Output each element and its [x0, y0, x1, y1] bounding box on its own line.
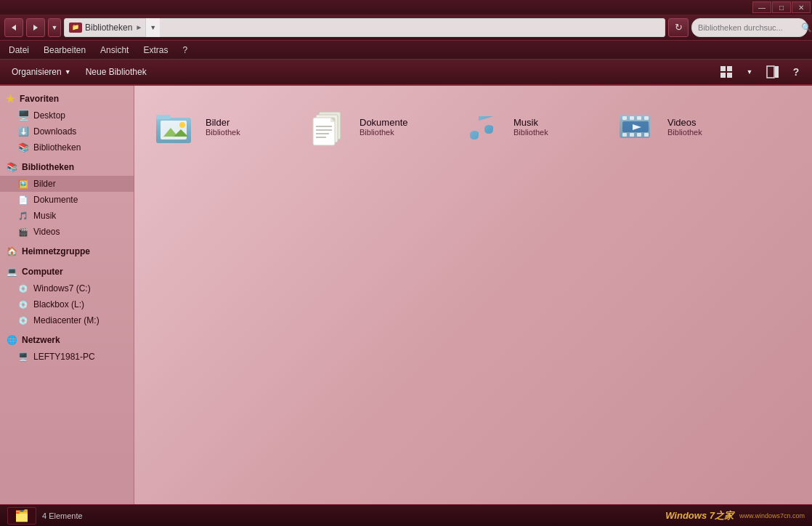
computer-icon: 💻	[6, 266, 17, 278]
breadcrumb-separator: ►	[135, 23, 142, 31]
bilder-label: Bilder	[33, 179, 56, 189]
back-button[interactable]	[4, 18, 23, 37]
refresh-button[interactable]: ↻	[668, 18, 689, 37]
watermark-text: Windows 7之家	[665, 509, 734, 522]
bibliotheken-fav-label: Bibliotheken	[33, 142, 81, 153]
library-musik[interactable]: Musik Bibliothek	[454, 97, 599, 155]
help-button[interactable]: ?	[786, 62, 806, 82]
sidebar-item-desktop[interactable]: 🖥️ Desktop	[0, 108, 134, 124]
downloads-label: Downloads	[33, 126, 76, 137]
svg-rect-27	[630, 116, 634, 120]
minimize-button[interactable]: —	[752, 1, 771, 13]
sidebar-item-videos[interactable]: 🎬 Videos	[0, 224, 134, 240]
pc-network-icon: 🖥️	[17, 351, 29, 363]
sidebar: ★ Favoriten 🖥️ Desktop ⬇️ Downloads 📚 Bi…	[0, 86, 134, 504]
heimnetz-label: Heimnetzgruppe	[22, 246, 90, 256]
address-bar: ▼ 📁 Bibliotheken ► ▼ ↻ 🔍	[0, 15, 812, 41]
search-input[interactable]	[698, 23, 798, 32]
svg-point-14	[179, 122, 185, 128]
breadcrumb-bar: 📁 Bibliotheken ► ▼	[64, 18, 665, 37]
sidebar-item-windows7c[interactable]: 💿 Windows7 (C:)	[0, 280, 134, 296]
sidebar-item-dokumente[interactable]: 📄 Dokumente	[0, 192, 134, 208]
svg-rect-29	[644, 116, 649, 120]
dokumente-library-info: Dokumente Bibliothek	[360, 117, 407, 137]
favorites-star-icon: ★	[6, 93, 15, 105]
sidebar-item-blackbox[interactable]: 💿 Blackbox (L:)	[0, 296, 134, 312]
breadcrumb-root[interactable]: Bibliotheken	[85, 23, 132, 33]
library-bilder[interactable]: Bilder Bibliothek	[146, 97, 291, 155]
bibliotheken-fav-icon: 📚	[17, 142, 29, 153]
sidebar-section-favorites: ★ Favoriten 🖥️ Desktop ⬇️ Downloads 📚 Bi…	[0, 90, 134, 155]
netzwerk-header[interactable]: 🌐 Netzwerk	[0, 331, 134, 349]
menu-datei[interactable]: Datei	[6, 44, 32, 57]
svg-rect-26	[622, 116, 627, 120]
menu-ansicht[interactable]: Ansicht	[97, 44, 131, 57]
menu-bearbeiten[interactable]: Bearbeiten	[41, 44, 89, 57]
sidebar-item-bibliotheken-fav[interactable]: 📚 Bibliotheken	[0, 139, 134, 155]
sidebar-section-netzwerk: 🌐 Netzwerk 🖥️ LEFTY1981-PC	[0, 331, 134, 365]
library-videos[interactable]: Videos Bibliothek	[608, 97, 753, 155]
bilder-library-icon	[152, 103, 198, 150]
videos-icon: 🎬	[17, 226, 29, 238]
computer-header[interactable]: 💻 Computer	[0, 263, 134, 280]
content-area: Bilder Bibliothek	[134, 86, 812, 504]
preview-pane-button[interactable]	[763, 62, 783, 82]
close-button[interactable]: ✕	[792, 1, 811, 13]
videos-library-icon	[614, 103, 660, 150]
drive-c-icon: 💿	[17, 283, 29, 294]
sidebar-section-heimnetz: 🏠 Heimnetzgruppe	[0, 243, 134, 260]
new-library-button[interactable]: Neue Bibliothek	[80, 62, 153, 82]
bilder-icon: 🖼️	[17, 178, 29, 190]
sidebar-item-bilder[interactable]: 🖼️ Bilder	[0, 176, 134, 192]
svg-rect-7	[775, 66, 779, 78]
heimnetz-header[interactable]: 🏠 Heimnetzgruppe	[0, 243, 134, 260]
videos-library-info: Videos Bibliothek	[667, 117, 702, 137]
musik-library-icon	[460, 103, 506, 150]
menu-extras[interactable]: Extras	[140, 44, 171, 57]
forward-button[interactable]	[26, 18, 45, 37]
organize-button[interactable]: Organisieren ▼	[6, 62, 77, 82]
videos-library-name: Videos	[667, 117, 702, 128]
status-thumbnail: 🗂️	[7, 507, 36, 525]
maximize-button[interactable]: □	[772, 1, 791, 13]
mediacenter-label: Mediacenter (M:)	[33, 315, 100, 325]
search-icon[interactable]: 🔍	[801, 23, 812, 33]
lefty1981-label: LEFTY1981-PC	[33, 352, 95, 362]
svg-rect-28	[637, 116, 641, 120]
view-options-button[interactable]	[716, 62, 736, 82]
svg-rect-33	[644, 133, 649, 137]
dokumente-library-type: Bibliothek	[360, 128, 407, 137]
svg-rect-32	[637, 133, 641, 137]
bilder-library-info: Bilder Bibliothek	[206, 117, 240, 137]
bilder-library-name: Bilder	[206, 117, 240, 128]
svg-rect-30	[622, 133, 627, 137]
bibliotheken-header[interactable]: 📚 Bibliotheken	[0, 158, 134, 176]
status-bar-right: Windows 7之家 www.windows7cn.com	[665, 509, 805, 522]
sidebar-item-downloads[interactable]: ⬇️ Downloads	[0, 124, 134, 139]
sidebar-item-musik[interactable]: 🎵 Musik	[0, 208, 134, 224]
library-dokumente[interactable]: Dokumente Bibliothek	[300, 97, 445, 155]
sidebar-item-mediacenter[interactable]: 💿 Mediacenter (M:)	[0, 312, 134, 328]
menu-help[interactable]: ?	[179, 44, 190, 57]
dokumente-library-icon	[306, 103, 352, 150]
watermark-url: www.windows7cn.com	[739, 512, 805, 519]
recent-locations-button[interactable]: ▼	[48, 18, 61, 37]
favorites-header[interactable]: ★ Favoriten	[0, 90, 134, 108]
svg-rect-5	[727, 73, 732, 78]
view-dropdown-button[interactable]: ▼	[739, 62, 760, 82]
windows7c-label: Windows7 (C:)	[33, 283, 91, 294]
breadcrumb-dropdown-button[interactable]: ▼	[145, 18, 160, 37]
heimnetz-icon: 🏠	[6, 246, 17, 257]
musik-library-name: Musik	[513, 117, 548, 128]
desktop-label: Desktop	[33, 110, 65, 121]
menu-bar: Datei Bearbeiten Ansicht Extras ?	[0, 41, 812, 60]
sidebar-section-computer: 💻 Computer 💿 Windows7 (C:) 💿 Blackbox (L…	[0, 263, 134, 328]
blackbox-label: Blackbox (L:)	[33, 299, 84, 309]
svg-rect-31	[630, 133, 634, 137]
svg-rect-10	[156, 115, 171, 119]
svg-rect-2	[720, 66, 726, 71]
sidebar-item-lefty1981[interactable]: 🖥️ LEFTY1981-PC	[0, 349, 134, 365]
svg-marker-0	[12, 25, 16, 31]
title-bar: — □ ✕	[0, 0, 812, 15]
main-layout: ★ Favoriten 🖥️ Desktop ⬇️ Downloads 📚 Bi…	[0, 86, 812, 504]
